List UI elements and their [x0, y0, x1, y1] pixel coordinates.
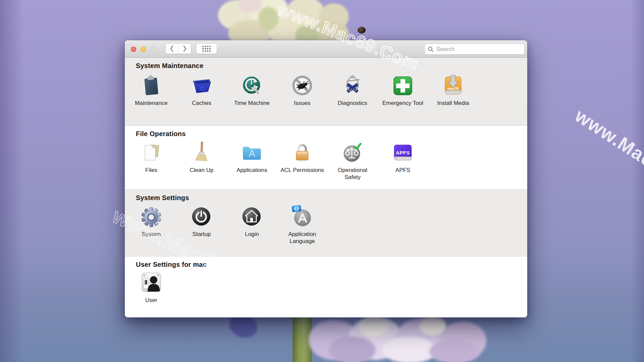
- apfs-drive-icon: APFS: [391, 141, 415, 165]
- section-title: System Settings: [125, 190, 527, 202]
- item-label: Application Language: [280, 231, 324, 245]
- launcher-item-maintenance[interactable]: Maintenance: [126, 74, 176, 107]
- flower-cluster-bottom: [309, 316, 496, 362]
- chevron-right-icon: [183, 45, 187, 52]
- user-switch-icon: [140, 271, 163, 295]
- applications-folder-icon: [240, 141, 264, 165]
- svg-text:APFS: APFS: [396, 150, 410, 156]
- launcher-item-startup[interactable]: Startup: [176, 205, 227, 245]
- search-icon: [428, 46, 434, 52]
- launcher-item-emergency-tool[interactable]: Emergency Tool: [378, 74, 428, 107]
- section-title: System Maintenance: [125, 58, 527, 70]
- launcher-item-acl-permissions[interactable]: ACL Permissions: [277, 141, 327, 181]
- forward-button[interactable]: [178, 43, 191, 54]
- blue-bin-icon: [190, 74, 213, 98]
- clipboard-icon: [140, 74, 163, 98]
- calipers-x-icon: [341, 74, 364, 98]
- documents-icon: [140, 141, 163, 165]
- item-label: System: [142, 231, 161, 238]
- svg-text:macOS: macOS: [447, 87, 459, 90]
- section-row: Maintenance Caches: [125, 74, 527, 107]
- back-button[interactable]: [165, 43, 178, 54]
- item-label: ACL Permissions: [280, 167, 324, 174]
- item-label: Files: [145, 167, 157, 174]
- item-label: Startup: [193, 231, 211, 238]
- launcher-item-install-media[interactable]: macOS Install Media: [428, 74, 478, 107]
- launcher-item-issues[interactable]: Issues: [277, 74, 327, 107]
- launcher-item-apfs[interactable]: APFS APFS: [378, 141, 428, 181]
- minimize-button[interactable]: [141, 47, 146, 52]
- app-language-icon: [290, 205, 314, 229]
- launcher-item-user[interactable]: User: [126, 271, 176, 304]
- item-label: Diagnostics: [338, 100, 367, 107]
- section-system-settings: System Settings: [125, 189, 527, 256]
- section-row: System Startup: [125, 205, 527, 245]
- section-row: Files: [125, 141, 527, 181]
- desktop: System Maintenance Maintenance: [0, 0, 644, 362]
- section-user-settings: User Settings for mac: [125, 256, 527, 317]
- search-field: [425, 44, 525, 55]
- launcher-item-caches[interactable]: Caches: [176, 74, 227, 107]
- traffic-lights: [131, 47, 156, 52]
- item-label: User: [145, 297, 157, 304]
- item-label: Maintenance: [135, 100, 167, 107]
- launcher-item-application-language[interactable]: Application Language: [277, 205, 327, 245]
- launcher-item-diagnostics[interactable]: Diagnostics: [327, 74, 378, 107]
- green-cross-icon: [391, 74, 415, 98]
- no-bug-icon: [290, 74, 314, 98]
- item-label: Issues: [294, 100, 310, 107]
- macos-installer-drive-icon: macOS: [441, 74, 465, 98]
- chevron-left-icon: [170, 45, 174, 52]
- close-button[interactable]: [131, 47, 136, 52]
- launcher-item-clean-up[interactable]: Clean Up: [176, 141, 227, 181]
- section-title: User Settings for mac: [125, 256, 527, 268]
- section-title: File Operations: [125, 126, 527, 138]
- search-input[interactable]: [436, 46, 522, 53]
- launcher-item-applications[interactable]: Applications: [227, 141, 277, 181]
- app-window: System Maintenance Maintenance: [125, 40, 527, 317]
- time-machine-icon: [240, 74, 264, 98]
- bee-spot: [358, 27, 366, 34]
- zoom-button[interactable]: [150, 47, 156, 52]
- window-titlebar[interactable]: [125, 40, 527, 58]
- launcher-item-time-machine[interactable]: Time Machine: [227, 74, 277, 107]
- item-label: Install Media: [437, 100, 469, 107]
- launcher-item-login[interactable]: Login: [227, 205, 277, 245]
- launcher-item-system[interactable]: System: [126, 205, 176, 245]
- item-label: Operational Safety: [330, 167, 375, 181]
- grid-view-icon: [202, 46, 211, 52]
- item-label: Time Machine: [234, 100, 270, 107]
- nav-segmented-control: [165, 43, 191, 54]
- item-label: Applications: [236, 167, 267, 174]
- item-label: Login: [245, 231, 259, 238]
- section-row: User: [125, 271, 527, 304]
- item-label: Clean Up: [190, 167, 214, 174]
- gear-icon: [140, 205, 163, 229]
- broom-icon: [190, 141, 213, 165]
- item-label: APFS: [395, 167, 410, 174]
- item-label: Emergency Tool: [382, 100, 423, 107]
- section-system-maintenance: System Maintenance Maintenance: [125, 58, 527, 125]
- item-label: Caches: [192, 100, 211, 107]
- scales-check-icon: [341, 141, 364, 165]
- home-circle-icon: [240, 205, 264, 229]
- window-content: System Maintenance Maintenance: [125, 58, 527, 317]
- padlock-icon: [290, 141, 314, 165]
- grid-view-button[interactable]: [196, 43, 217, 54]
- launcher-item-operational-safety[interactable]: Operational Safety: [327, 141, 378, 181]
- section-file-operations: File Operations Files: [125, 125, 527, 189]
- power-button-icon: [190, 205, 213, 229]
- launcher-item-files[interactable]: Files: [126, 141, 176, 181]
